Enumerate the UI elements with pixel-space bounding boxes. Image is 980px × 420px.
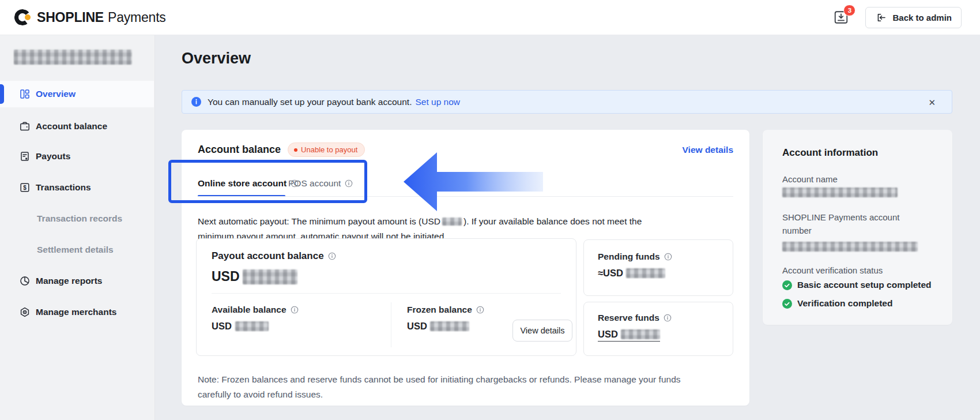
tab-pos-account[interactable]: POS account — [288, 178, 353, 189]
sidebar: Overview Account balance Payouts $ Trans… — [0, 35, 155, 420]
exit-icon — [875, 12, 887, 24]
info-icon[interactable] — [664, 314, 672, 322]
annotation-arrow-icon — [404, 151, 543, 212]
info-icon — [191, 97, 201, 107]
main-content: Overview You can manually set up your pa… — [154, 35, 980, 420]
brand-logo: SHOPLINEPayments — [14, 0, 166, 35]
notification-badge: 3 — [843, 5, 855, 16]
frozen-funds-note: Note: Frozen balances and reserve funds … — [198, 372, 693, 402]
verification-status-label: Account verification status — [782, 264, 883, 277]
header-actions: 3 Back to admin — [833, 0, 962, 35]
available-balance-value: USD — [212, 321, 269, 332]
payout-amount-redacted — [243, 269, 297, 284]
account-balance-title: Account balance — [198, 144, 281, 156]
tab-online-store-account[interactable]: Online store account — [198, 178, 299, 189]
payout-account-balance-card: Payout account balance USD Ava — [196, 238, 576, 356]
pending-amount-redacted — [626, 268, 665, 278]
svg-text:$: $ — [23, 185, 27, 191]
download-center-button[interactable]: 3 — [833, 9, 849, 25]
reserve-funds-value: USD — [598, 329, 660, 342]
tab-strip-divider — [198, 196, 733, 197]
brand-line: LINE — [74, 10, 104, 25]
payouts-icon — [19, 151, 31, 162]
sidebar-item-overview[interactable]: Overview — [0, 81, 154, 107]
overview-icon — [19, 88, 31, 100]
reserve-funds-card: Reserve funds USD — [583, 302, 733, 356]
merchant-name-redacted — [14, 50, 132, 65]
account-number-label: SHOPLINE Payments account number — [782, 211, 906, 237]
reserve-amount-redacted — [621, 329, 660, 339]
frozen-view-details-button[interactable]: View details — [512, 320, 572, 342]
transactions-icon: $ — [19, 182, 31, 193]
status-badge-label: Unable to payout — [301, 145, 357, 154]
payout-balance-label: Payout account balance — [212, 250, 324, 262]
pending-funds-card: Pending funds ≈USD — [583, 239, 733, 296]
account-name-redacted — [782, 187, 898, 197]
frozen-amount-redacted — [430, 321, 469, 331]
merchants-icon — [19, 306, 31, 318]
info-icon[interactable] — [664, 253, 672, 261]
banner-text: You can manually set up your payout bank… — [208, 97, 412, 107]
check-circle-icon — [782, 299, 792, 309]
brand-suffix: Payments — [108, 10, 166, 25]
info-icon[interactable] — [328, 252, 336, 260]
account-number-redacted — [782, 242, 918, 252]
info-icon[interactable] — [476, 306, 484, 314]
min-amount-redacted — [442, 217, 462, 226]
info-icon[interactable] — [291, 306, 299, 314]
available-balance-label: Available balance — [212, 305, 287, 315]
set-up-now-link[interactable]: Set up now — [415, 97, 460, 107]
status-dot-icon — [294, 148, 297, 152]
account-information-title: Account information — [782, 147, 878, 159]
sidebar-item-manage-reports[interactable]: Manage reports — [0, 268, 154, 294]
page-title: Overview — [182, 50, 251, 68]
status-badge: Unable to payout — [288, 142, 365, 157]
payout-balance-value: USD — [212, 269, 297, 284]
info-icon[interactable] — [345, 179, 353, 187]
back-to-admin-label: Back to admin — [892, 13, 952, 22]
brand-wordmark: SHOPLINEPayments — [37, 10, 166, 25]
frozen-balance-value: USD — [407, 321, 469, 332]
view-details-link[interactable]: View details — [683, 145, 733, 155]
sidebar-item-account-balance[interactable]: Account balance — [0, 113, 154, 140]
sidebar-item-manage-merchants[interactable]: Manage merchants — [0, 299, 154, 325]
brand-shop: SHOP — [37, 10, 74, 25]
setup-banner: You can manually set up your payout bank… — [182, 90, 952, 114]
wallet-icon — [19, 121, 31, 132]
top-header: SHOPLINEPayments 3 Back to admin — [0, 0, 980, 35]
account-name-label: Account name — [782, 172, 838, 186]
divider — [391, 302, 391, 347]
sidebar-item-transactions[interactable]: $ Transactions — [0, 174, 154, 201]
check-circle-icon — [782, 280, 792, 290]
available-amount-redacted — [235, 321, 269, 331]
verification-check: Verification completed — [782, 298, 892, 309]
reports-icon — [19, 275, 31, 287]
sidebar-item-transaction-records[interactable]: Transaction records — [0, 205, 154, 232]
divider — [212, 293, 561, 294]
frozen-balance-label: Frozen balance — [407, 305, 472, 315]
account-balance-card: Account balance Unable to payout View de… — [182, 130, 749, 406]
back-to-admin-button[interactable]: Back to admin — [865, 7, 962, 28]
pending-funds-label: Pending funds — [598, 252, 660, 262]
pending-funds-value: ≈USD — [598, 268, 665, 279]
account-information-card: Account information Account name SHOPLIN… — [763, 130, 952, 325]
sidebar-item-payouts[interactable]: Payouts — [0, 143, 154, 170]
reserve-funds-label: Reserve funds — [598, 313, 659, 323]
close-icon[interactable]: ✕ — [928, 91, 936, 114]
shopline-logo-icon — [14, 8, 32, 27]
app-root: SHOPLINEPayments 3 Back to admin — [0, 0, 980, 420]
verification-check: Basic account setup completed — [782, 280, 932, 290]
sidebar-item-settlement-details[interactable]: Settlement details — [0, 237, 154, 263]
card-title-row: Account balance Unable to payout — [198, 142, 365, 157]
